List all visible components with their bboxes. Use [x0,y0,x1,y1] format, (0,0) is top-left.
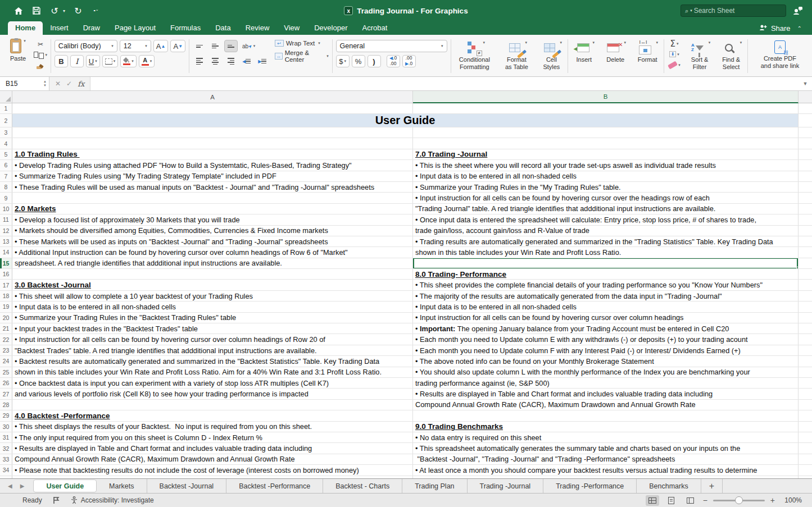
increase-indent-button[interactable]: ▶ [256,55,269,67]
row-header-9[interactable]: 9 [0,193,12,203]
cell-A30[interactable]: • This sheet displays the results of you… [12,422,413,432]
cell-C31[interactable] [799,432,812,442]
row-header-5[interactable]: 5 [0,149,12,159]
cell-C5[interactable] [799,149,812,159]
cell-B7[interactable]: • Input data is to be entered in all non… [413,171,799,181]
cell-A13[interactable]: • These Markets will be used as inputs o… [12,236,413,246]
ribbon-tab-page-layout[interactable]: Page Layout [107,21,163,35]
ribbon-tab-home[interactable]: Home [8,21,43,35]
page-layout-view-icon[interactable] [665,495,678,506]
ribbon-tab-formulas[interactable]: Formulas [163,21,208,35]
wrap-text-button[interactable]: ↩ Wrap Text▾ [275,40,329,47]
normal-view-icon[interactable] [646,495,659,506]
cell-C33[interactable] [799,454,812,464]
cell-B28[interactable]: Compound Annual Growth Rate (CACR), Maxi… [413,400,799,410]
row-header-28[interactable]: 28 [0,400,12,410]
percent-format-button[interactable]: % [352,55,365,67]
sheet-tab-trading--journal[interactable]: Trading -Journal [468,479,544,493]
cell-A21[interactable]: • Input your backtest trades in the "Bac… [12,323,413,334]
cell-A25[interactable]: shown in this table includes your Win Ra… [12,367,413,377]
row-header-20[interactable]: 20 [0,313,12,323]
align-left-button[interactable] [193,55,206,67]
merged-title-cell[interactable]: User Guide [12,114,799,127]
cell-B24[interactable]: • The above noted info can be found on y… [413,356,799,366]
share-button[interactable]: Share [771,24,791,33]
cell-C32[interactable] [799,443,812,453]
cell-B17[interactable]: • This sheet provides the complete finan… [413,280,799,290]
format-painter-icon[interactable] [34,61,47,70]
cut-icon[interactable]: ✂ [34,40,47,48]
cell-A22[interactable]: • Input instruction for all cells can be… [12,334,413,344]
zoom-slider-thumb[interactable] [735,496,743,504]
cell-A11[interactable]: • Develop a focused list of approximatel… [12,214,413,225]
comma-format-button[interactable]: ) [368,55,381,67]
cell-A28[interactable] [12,400,413,410]
row-header-25[interactable]: 25 [0,367,12,377]
zoom-out-button[interactable]: − [703,496,707,505]
underline-button[interactable]: U▾ [86,55,100,67]
cell-C6[interactable] [799,160,812,170]
cell-A35[interactable]: or interest earned on idle cash (i.e. in… [12,476,413,479]
row-header-14[interactable]: 14 [0,247,12,257]
cell-B35[interactable]: if your trading rules require any fine t… [413,476,799,479]
search-scope-chevron-icon[interactable]: ▾ [690,8,692,13]
row-header-3[interactable]: 3 [0,127,12,138]
row-header-10[interactable]: 10 [0,204,12,214]
cell-A23[interactable]: "Backtest Trades" table. A red triangle … [12,345,413,355]
cell-B33[interactable]: "Backtest -Journal", "Trading -Journal" … [413,454,799,464]
cell-B12[interactable]: trade gain/loss, account gain/loss and R… [413,226,799,236]
cell-A9[interactable] [12,193,413,203]
cell-B1[interactable] [413,103,799,113]
cell-C25[interactable] [799,367,812,377]
borders-button[interactable]: ▾ [102,55,119,67]
align-bottom-button[interactable] [224,40,238,52]
format-cells-button[interactable]: I↔I ▾ Format [634,39,660,75]
cell-C20[interactable] [799,313,812,323]
row-header-4[interactable]: 4 [0,138,12,148]
cell-B5[interactable]: 7.0 Trading -Journal [413,149,799,159]
cell-A32[interactable]: • Results are displayed in Table and Cha… [12,443,413,453]
row-header-15[interactable]: 15 [0,258,12,268]
find-select-button[interactable]: ▾ Find &Select [718,39,744,75]
ribbon-tab-draw[interactable]: Draw [76,21,107,35]
cell-A4[interactable] [12,138,413,148]
clear-button[interactable]: ▾ [668,61,681,69]
undo-dropdown-icon[interactable]: ▾ [63,8,65,13]
number-format-select[interactable]: General▾ [336,40,447,52]
cell-B10[interactable]: "Trading Journal" table. A red triangle … [413,204,799,214]
orientation-button[interactable]: ab➤▾ [240,40,257,52]
sheet-nav-right-icon[interactable]: ▶ [20,483,25,489]
cell-B13[interactable]: • Trading results are automatically gene… [413,236,799,246]
cell-A6[interactable]: • Develop Trading Rules using attached P… [12,160,413,170]
decrease-decimal-button[interactable]: .00▶.0 [402,55,416,67]
cell-A5[interactable]: 1.0 Trading Rules [12,149,413,159]
row-header-34[interactable]: 34 [0,465,12,475]
decrease-font-button[interactable]: A▼ [170,40,185,52]
page-break-view-icon[interactable] [684,495,697,506]
row-header-12[interactable]: 12 [0,226,12,236]
cell-B9[interactable]: • Input instruction for all cells can be… [413,193,799,203]
cell-C26[interactable] [799,378,812,388]
align-top-button[interactable] [193,40,206,52]
save-icon[interactable] [31,6,42,16]
insert-cells-button[interactable]: ◀ ▾ Insert [571,39,596,75]
cell-A31[interactable]: • The only input required from you on th… [12,432,413,442]
accessibility-status[interactable]: Accessibility: Investigate [70,496,154,504]
row-header-6[interactable]: 6 [0,160,12,170]
cell-A24[interactable]: • Backtest results are automatically gen… [12,356,413,366]
autosum-button[interactable]: Σ▾ [668,39,681,48]
font-color-button[interactable]: A▾ [139,55,155,67]
name-box[interactable]: B15 ▲▼ [0,77,49,90]
cell-C30[interactable] [799,422,812,432]
sort-filter-button[interactable]: AZ ▾ Sort &Filter [687,39,713,75]
cell-A29[interactable]: 4.0 Backtest -Performance [12,410,413,421]
row-header-32[interactable]: 32 [0,443,12,453]
cell-A15[interactable]: spreadsheet. A red triangle identifies t… [12,258,413,268]
cell-B4[interactable] [413,138,799,148]
fill-down-button[interactable]: ⬇▾ [668,50,681,58]
cell-B19[interactable]: • Input data is to be entered in all non… [413,302,799,312]
cell-A18[interactable]: • This sheet will allow to complete a 10… [12,291,413,301]
cell-C11[interactable] [799,214,812,225]
ribbon-tab-insert[interactable]: Insert [43,21,76,35]
cell-A10[interactable]: 2.0 Markets [12,204,413,214]
